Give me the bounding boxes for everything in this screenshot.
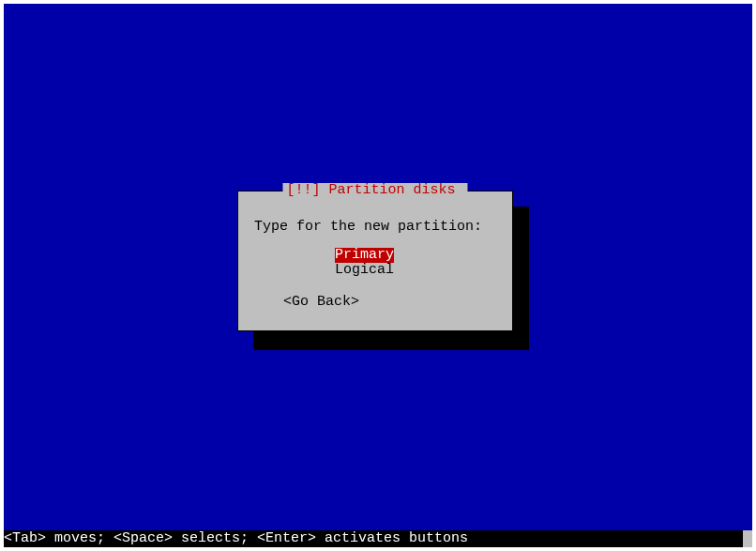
dialog-title: [!!] Partition disks [282, 183, 467, 198]
dialog-shadow-bottom [253, 331, 529, 350]
status-bar: <Tab> moves; <Space> selects; <Enter> ac… [4, 530, 752, 547]
text-cursor [743, 530, 752, 547]
option-logical[interactable]: Logical [335, 263, 394, 278]
dialog-shadow-right [513, 207, 529, 350]
partition-type-options: Primary Logical [335, 248, 394, 278]
option-primary[interactable]: Primary [335, 248, 394, 263]
dialog-prompt: Type for the new partition: [254, 220, 482, 235]
partition-dialog: [!!] Partition disks Type for the new pa… [237, 191, 513, 331]
go-back-button[interactable]: <Go Back> [283, 295, 359, 310]
installer-screen: [!!] Partition disks Type for the new pa… [4, 4, 752, 547]
